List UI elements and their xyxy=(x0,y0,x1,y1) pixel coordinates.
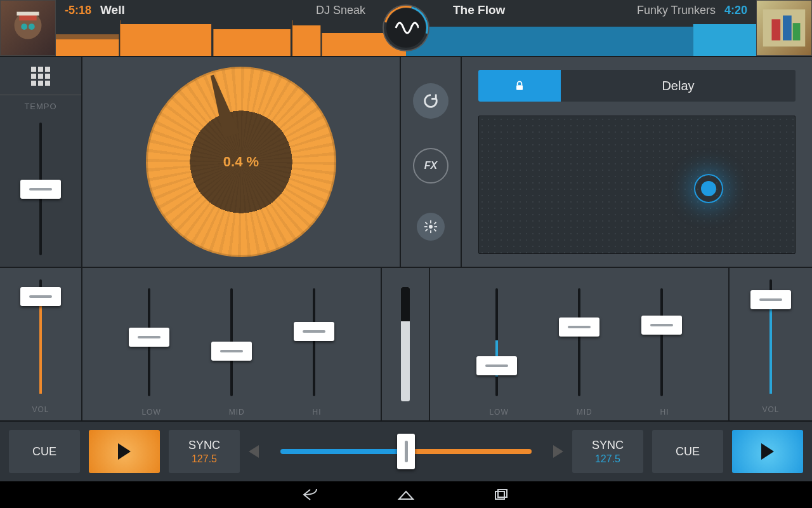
eq-row: VOL LOW MID HI xyxy=(0,267,812,420)
album-art-deck-b[interactable] xyxy=(756,0,812,56)
svg-rect-23 xyxy=(430,231,431,234)
deck-a-title: Well xyxy=(100,3,125,17)
svg-point-3 xyxy=(21,23,27,30)
svg-rect-22 xyxy=(430,220,431,224)
svg-rect-24 xyxy=(424,226,428,227)
fx-panel: Delay xyxy=(462,57,812,267)
play-icon-b xyxy=(761,443,774,460)
eq-column-b: LOW MID HI xyxy=(430,268,730,420)
album-art-deck-a[interactable] xyxy=(0,0,56,56)
sync-label-b: SYNC xyxy=(592,439,624,452)
eq-a-mid[interactable] xyxy=(190,277,273,408)
tempo-column: TEMPO xyxy=(0,57,82,267)
deck-a-header: -5:18 Well DJ Sneak xyxy=(56,0,406,56)
gear-icon xyxy=(424,220,438,234)
play-icon xyxy=(118,443,131,460)
recents-icon xyxy=(492,488,511,502)
crossfader[interactable] xyxy=(268,430,544,473)
settings-button[interactable] xyxy=(417,213,445,241)
nudge-left-icon[interactable] xyxy=(249,445,259,458)
svg-point-21 xyxy=(429,225,433,229)
eq-label-mid-b: MID xyxy=(577,408,593,417)
eq-column-a: LOW MID HI xyxy=(82,268,382,420)
svg-rect-25 xyxy=(435,226,438,227)
eq-label-low-b: LOW xyxy=(489,408,508,417)
crossfader-thumb[interactable] xyxy=(397,434,415,469)
cycle-icon xyxy=(422,92,440,110)
center-buttons-column: FX xyxy=(401,57,462,267)
svg-rect-7 xyxy=(56,34,119,39)
svg-rect-8 xyxy=(121,24,212,56)
mid-section: TEMPO 0.4 % FX xyxy=(0,56,812,267)
home-button[interactable] xyxy=(393,485,419,504)
home-icon xyxy=(396,488,416,502)
svg-rect-30 xyxy=(516,85,523,90)
svg-rect-16 xyxy=(693,24,756,56)
eq-label-low: LOW xyxy=(141,408,160,417)
tempo-label: TEMPO xyxy=(24,102,56,111)
eq-b-hi[interactable] xyxy=(620,277,703,408)
svg-rect-2 xyxy=(16,12,39,16)
fx-lock-button[interactable] xyxy=(478,70,561,102)
nudge-right-icon[interactable] xyxy=(553,445,563,458)
svg-rect-10 xyxy=(292,25,320,56)
transport-bar: CUE SYNC 127.5 SYNC 127.5 CUE xyxy=(0,420,812,481)
back-button[interactable] xyxy=(298,485,324,504)
play-button-b[interactable] xyxy=(732,430,803,473)
eq-a-hi[interactable] xyxy=(273,277,355,408)
eq-label-mid: MID xyxy=(229,408,245,417)
svg-rect-15 xyxy=(406,27,693,56)
cue-button-a[interactable]: CUE xyxy=(9,430,80,473)
svg-point-4 xyxy=(29,23,35,30)
fx-xy-dot[interactable] xyxy=(694,174,723,203)
fx-xy-pad[interactable] xyxy=(478,116,796,254)
eq-label-hi: HI xyxy=(313,408,322,417)
deck-b-header: The Flow Funky Trunkers 4:20 xyxy=(406,0,756,56)
app-logo[interactable] xyxy=(378,0,434,56)
sync-button-b[interactable]: SYNC 127.5 xyxy=(572,430,643,473)
lock-icon xyxy=(513,79,526,92)
play-button-a[interactable] xyxy=(89,430,160,473)
svg-rect-20 xyxy=(793,23,801,40)
bpm-value-a: 127.5 xyxy=(192,453,217,465)
cue-button-b[interactable]: CUE xyxy=(652,430,723,473)
sync-button-a[interactable]: SYNC 127.5 xyxy=(169,430,240,473)
fx-button[interactable]: FX xyxy=(413,148,449,184)
svg-rect-32 xyxy=(498,490,507,497)
eq-a-low[interactable] xyxy=(108,277,190,408)
svg-rect-18 xyxy=(771,19,780,40)
vol-label-b: VOL xyxy=(762,405,779,414)
svg-rect-28 xyxy=(434,222,437,225)
bpm-value-b: 127.5 xyxy=(595,453,620,465)
fx-selector-bar: Delay xyxy=(478,70,796,102)
library-grid-button[interactable] xyxy=(0,57,81,95)
jog-wheel[interactable]: 0.4 % xyxy=(146,67,336,257)
vol-slider-a[interactable] xyxy=(0,268,81,405)
vol-slider-b[interactable] xyxy=(730,268,812,405)
top-bar: -5:18 Well DJ Sneak The Flow xyxy=(0,0,812,56)
deck-b-artist: Funky Trunkers xyxy=(637,4,716,17)
svg-rect-6 xyxy=(56,39,119,56)
vol-column-a: VOL xyxy=(0,268,82,420)
waveform-deck-a[interactable] xyxy=(56,20,406,56)
sync-loop-button[interactable] xyxy=(413,83,449,119)
deck-b-time: 4:20 xyxy=(724,4,747,17)
back-icon xyxy=(301,488,320,502)
vol-column-b: VOL xyxy=(730,268,812,420)
waveform-deck-b[interactable] xyxy=(406,20,756,56)
dj-app-root: -5:18 Well DJ Sneak The Flow xyxy=(0,0,812,508)
eq-b-low[interactable] xyxy=(455,277,538,408)
jog-wheel-column: 0.4 % xyxy=(82,57,401,267)
svg-rect-29 xyxy=(425,229,428,232)
recents-button[interactable] xyxy=(488,485,514,504)
tempo-slider[interactable] xyxy=(0,111,81,267)
deck-b-title: The Flow xyxy=(453,3,505,17)
svg-rect-27 xyxy=(434,229,437,232)
deck-a-time: -5:18 xyxy=(65,4,91,17)
fx-name-button[interactable]: Delay xyxy=(561,70,796,102)
eq-b-mid[interactable] xyxy=(538,277,620,408)
grid-icon xyxy=(31,67,50,86)
mini-level-meter xyxy=(393,287,418,401)
android-navbar xyxy=(0,481,812,508)
sync-label-a: SYNC xyxy=(188,439,220,452)
